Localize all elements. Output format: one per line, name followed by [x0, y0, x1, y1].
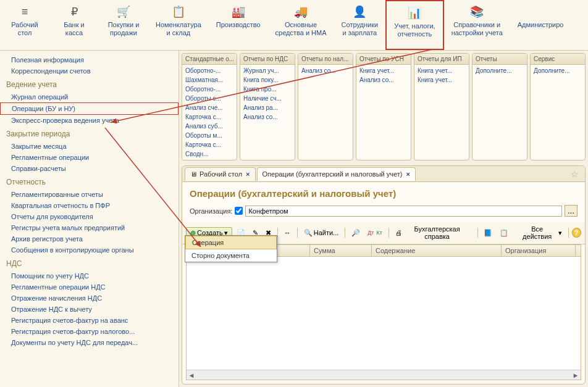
panel-item[interactable]: Карточка с...: [182, 112, 237, 122]
filter-button[interactable]: 🔎: [348, 227, 363, 239]
panel-item[interactable]: Наличие сч...: [240, 94, 295, 103]
panel-header[interactable]: Отчеты: [472, 54, 527, 65]
dropdown-item[interactable]: Операция: [185, 236, 277, 249]
panel-item[interactable]: Книга учет...: [414, 66, 469, 75]
print-button[interactable]: 🖨 Бухгалтерская справка: [392, 223, 474, 242]
panel-item[interactable]: Оборотно-...: [182, 85, 237, 94]
panel-item[interactable]: Сводн...: [182, 149, 237, 159]
grid-column-header[interactable]: Содержание: [372, 245, 502, 256]
sidebar-link[interactable]: Регламентные операции: [0, 152, 178, 163]
panel-item[interactable]: Книга учет...: [414, 75, 469, 85]
grid-column-header[interactable]: Сумма: [310, 245, 372, 256]
topbar-item[interactable]: 🛒Покупки ипродажи: [99, 0, 148, 50]
sidebar-link[interactable]: Операции (БУ и НУ): [0, 102, 178, 115]
scroll-right-icon[interactable]: ►: [571, 372, 581, 379]
panel-item[interactable]: Оборотно-...: [182, 66, 237, 75]
panel-item[interactable]: Анализ сче...: [182, 103, 237, 112]
sidebar-link[interactable]: Отражение начисления НДС: [0, 293, 178, 304]
topbar-label: Рабочийстол: [11, 21, 38, 37]
scroll-left-icon[interactable]: ◄: [187, 372, 196, 379]
sidebar-link[interactable]: Полезная информация: [0, 54, 178, 65]
topbar-item[interactable]: 📚Справочники инастройки учета: [444, 0, 510, 50]
panel-header[interactable]: Стандартные о...: [182, 54, 237, 65]
all-actions-button[interactable]: Все действия ▾: [514, 223, 565, 242]
sidebar-link[interactable]: Регламентированные отчеты: [0, 189, 178, 200]
panel-item[interactable]: Анализ со...: [356, 75, 411, 85]
panel-header[interactable]: Отчеты для ИП: [414, 54, 469, 65]
sidebar-link[interactable]: Регламентные операции НДС: [0, 281, 178, 293]
find-button[interactable]: 🔍 Найти...: [301, 227, 342, 239]
data-grid[interactable]: СуммаСодержаниеОрганизация ◄ ►: [186, 244, 581, 380]
sidebar-link[interactable]: Отражение НДС к вычету: [0, 304, 178, 315]
sidebar-link[interactable]: Квартальная отчетность в ПФР: [0, 200, 178, 211]
close-icon[interactable]: ×: [246, 170, 250, 178]
topbar-item[interactable]: 📋Номенклатураи склад: [148, 0, 209, 50]
help-icon[interactable]: ?: [572, 228, 581, 238]
topbar-item[interactable]: 🏭Производство: [209, 0, 268, 50]
sidebar-link[interactable]: Экспресс-проверка ведения учета: [0, 115, 178, 126]
dropdown-item[interactable]: Сторно документа: [185, 249, 277, 262]
panel-item[interactable]: Книга про...: [240, 85, 295, 94]
tab[interactable]: Операции (бухгалтерский и налоговый учет…: [257, 167, 416, 181]
topbar-item[interactable]: ₽Банк икасса: [49, 0, 99, 50]
dt-kt-button[interactable]: ДтКт: [364, 228, 385, 238]
doc-button[interactable]: 📘: [481, 227, 495, 239]
topbar-item[interactable]: 🚚Основныесредства и НМА: [268, 0, 334, 50]
filter-checkbox[interactable]: [235, 207, 243, 215]
tab[interactable]: 🖥Рабочий стол×: [185, 167, 256, 181]
panel-item[interactable]: Анализ со...: [298, 66, 353, 75]
topbar-item[interactable]: 👤Сотрудникии зарплата: [334, 0, 386, 50]
sidebar-link[interactable]: Документы по учету НДС для передач...: [0, 337, 178, 348]
horizontal-scrollbar[interactable]: ◄ ►: [187, 370, 581, 380]
panel-item[interactable]: Анализ суб...: [182, 122, 237, 131]
panel-item[interactable]: Книга поку...: [240, 75, 295, 85]
panel-item[interactable]: Обороты м...: [182, 131, 237, 140]
sidebar-link[interactable]: Справки-расчеты: [0, 163, 178, 174]
filter-row: Организация: ...: [182, 202, 585, 222]
topbar-label: Банк икасса: [64, 21, 84, 37]
panel-item[interactable]: Дополните...: [472, 66, 527, 75]
panel-item[interactable]: Карточка с...: [182, 140, 237, 149]
workspace: 🖥Рабочий стол×Операции (бухгалтерский и …: [182, 165, 586, 385]
sidebar-link[interactable]: Помощник по учету НДС: [0, 270, 178, 281]
sidebar-link[interactable]: Архив регистров учета: [0, 233, 178, 244]
sidebar-section-title: Ведение учета: [0, 77, 178, 91]
panel-item[interactable]: Обороты с...: [182, 94, 237, 103]
topbar-item[interactable]: ≡Рабочийстол: [0, 0, 49, 50]
grid-body[interactable]: ◄ ►: [187, 257, 581, 380]
list-button[interactable]: 📋: [497, 227, 511, 239]
topbar-item[interactable]: Администриро: [510, 0, 571, 50]
panel-header[interactable]: Отчеты по НДС: [240, 54, 295, 65]
topbar-icon: 🚚: [294, 5, 308, 19]
organization-input[interactable]: [245, 206, 561, 217]
panel-item[interactable]: Анализ ра...: [240, 103, 295, 112]
favorite-icon[interactable]: ☆: [571, 169, 582, 179]
panel-item[interactable]: Книга учет...: [356, 66, 411, 75]
filter-ellipsis-button[interactable]: ...: [565, 205, 578, 217]
topbar-icon: 📋: [172, 5, 185, 19]
topbar-item[interactable]: 📊Учет, налоги,отчетность: [385, 0, 443, 50]
sidebar-link[interactable]: Регистры учета малых предприятий: [0, 222, 178, 233]
topbar-label: Основныесредства и НМА: [275, 21, 327, 37]
panel-header[interactable]: Отчеты по УСН: [356, 54, 411, 65]
refresh-button[interactable]: ↔: [281, 227, 294, 238]
panel-item[interactable]: Журнал уч...: [240, 66, 295, 75]
grid-column-header[interactable]: Организация: [502, 245, 576, 256]
sidebar-link[interactable]: Регистрация счетов-фактур на аванс: [0, 315, 178, 326]
report-panel: СервисДополните...: [530, 53, 586, 160]
panel-item[interactable]: Шахматная...: [182, 75, 237, 85]
panel-item[interactable]: Анализ со...: [240, 112, 295, 122]
close-icon[interactable]: ×: [406, 170, 410, 178]
sidebar-link[interactable]: Отчеты для руководителя: [0, 211, 178, 222]
page-title: Операции (бухгалтерский и налоговый учет…: [182, 182, 585, 202]
panel-header[interactable]: Отчеты по нал...: [298, 54, 353, 65]
sidebar-link[interactable]: Сообщения в контролирующие органы: [0, 244, 178, 256]
sidebar-link[interactable]: Регистрация счетов-фактур налогово...: [0, 326, 178, 337]
sidebar-link[interactable]: Закрытие месяца: [0, 141, 178, 152]
panel-item[interactable]: Дополните...: [531, 66, 585, 75]
panel-header[interactable]: Сервис: [531, 54, 585, 65]
sidebar-link[interactable]: Корреспонденции счетов: [0, 65, 178, 77]
topbar-label: Учет, налоги,отчетность: [394, 22, 435, 38]
sidebar-link[interactable]: Журнал операций: [0, 91, 178, 102]
separator: [297, 228, 298, 238]
